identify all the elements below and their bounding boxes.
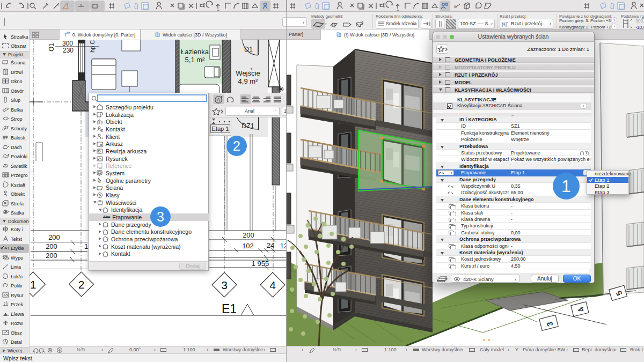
svg-text:ˇ: ˇ <box>344 4 346 8</box>
svg-text:E1: E1 <box>222 302 237 316</box>
svg-text:hp C: hp C <box>89 40 96 53</box>
svg-text:O1: O1 <box>48 43 55 51</box>
svg-text:ˇ: ˇ <box>119 4 121 8</box>
svg-text:5,1 m²: 5,1 m² <box>185 56 206 64</box>
svg-text:24: 24 <box>267 241 274 249</box>
svg-text:Łazienka: Łazienka <box>181 48 209 56</box>
svg-text:Wejście: Wejście <box>236 69 260 77</box>
svg-text:ˇ: ˇ <box>594 4 596 8</box>
svg-text:A1: A1 <box>4 246 10 250</box>
svg-text:200: 200 <box>46 242 57 250</box>
svg-text:ˇ: ˇ <box>300 4 302 8</box>
svg-text:ˇ: ˇ <box>282 4 283 8</box>
svg-text:ˇ: ˇ <box>493 4 495 8</box>
svg-text:300: 300 <box>62 40 73 47</box>
svg-text:4,9 m²: 4,9 m² <box>238 77 259 85</box>
svg-text:230: 230 <box>63 47 74 54</box>
svg-text:200: 200 <box>48 233 60 241</box>
svg-text:1 955: 1 955 <box>252 260 269 268</box>
svg-text:1: 1 <box>30 278 36 291</box>
svg-text:1: 1 <box>84 242 88 250</box>
svg-text:A: A <box>217 97 220 102</box>
svg-text:ˇ: ˇ <box>331 4 333 8</box>
svg-text:+: + <box>250 67 253 72</box>
svg-text:200: 200 <box>243 231 254 239</box>
svg-text:2: 2 <box>78 278 85 291</box>
svg-text:102: 102 <box>242 242 254 250</box>
svg-text:ˇ: ˇ <box>626 4 628 8</box>
svg-text:200: 200 <box>46 252 57 260</box>
svg-text:4: 4 <box>269 279 276 291</box>
svg-text:D1: D1 <box>244 46 253 53</box>
svg-text:3: 3 <box>221 279 228 291</box>
svg-text:DZ1: DZ1 <box>241 122 254 130</box>
